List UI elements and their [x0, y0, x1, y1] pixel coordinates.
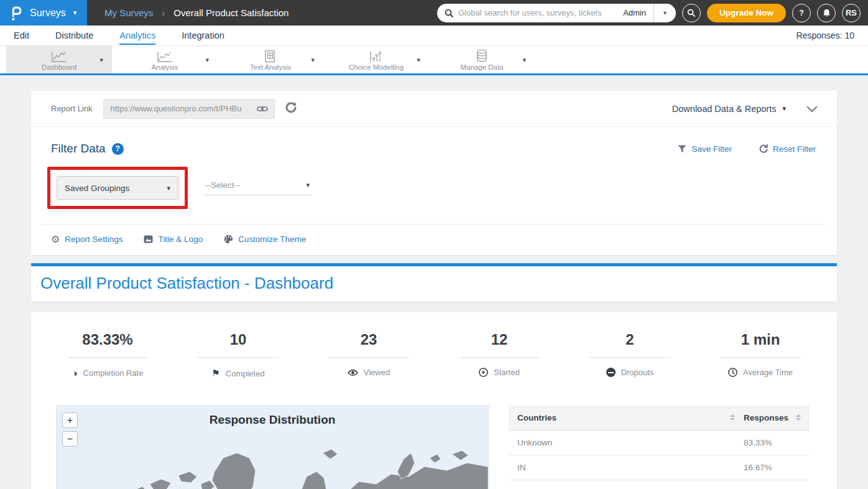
download-data-reports-dropdown[interactable]: Download Data & Reports ▾ — [672, 104, 786, 114]
stat-completion-rate: 83.33% ◑ Completion Rate — [42, 331, 173, 379]
toolbar-tab-dashboard[interactable]: Dashboard ▾ — [6, 46, 112, 73]
country-responses: 83.33% — [744, 438, 801, 447]
grouping-value-select[interactable]: --Select-- ▾ — [204, 180, 311, 195]
toolbar-tab-label: Text Analysis — [250, 63, 291, 71]
sort-responses-icon[interactable] — [796, 414, 801, 421]
stat-divider — [67, 357, 148, 358]
reset-filter-button[interactable]: Reset Filter — [759, 144, 816, 154]
play-circle-icon — [479, 368, 488, 377]
stats-row: 83.33% ◑ Completion Rate 10 ⚑ Completed … — [31, 331, 837, 379]
eye-icon — [348, 369, 358, 376]
map-zoom-in-button[interactable]: + — [62, 412, 78, 428]
toolbar-tab-analysis[interactable]: Analysis ▾ — [112, 46, 218, 73]
stat-label: Completion Rate — [83, 368, 144, 378]
manage-data-menu-caret[interactable]: ▾ — [522, 56, 526, 64]
image-icon — [144, 235, 153, 243]
sort-countries-icon[interactable] — [730, 414, 735, 421]
country-name: IN — [517, 463, 731, 472]
report-settings-link[interactable]: ⚙ Report Settings — [51, 233, 122, 245]
clock-icon — [728, 368, 737, 377]
report-row-right: Download Data & Reports ▾ — [672, 104, 816, 114]
tab-analytics[interactable]: Analytics — [119, 27, 155, 45]
breadcrumb-current-survey: Overall Product Satisfaction — [173, 7, 289, 18]
stat-started: 12 Started — [434, 331, 565, 379]
trend-chart-icon — [157, 49, 173, 63]
product-switcher-caret-icon: ▾ — [73, 9, 77, 17]
countries-column-header[interactable]: Countries — [517, 413, 726, 422]
tab-distribute[interactable]: Distribute — [55, 27, 93, 45]
database-icon — [476, 49, 488, 63]
stat-divider — [328, 357, 409, 358]
line-chart-icon — [51, 49, 67, 63]
country-name: Unknown — [517, 438, 731, 447]
report-link-field[interactable]: https://www.questionpro.com/t/PHBu — [103, 99, 275, 119]
breadcrumb-my-surveys[interactable]: My Surveys — [104, 7, 153, 18]
world-map[interactable] — [57, 435, 488, 489]
notifications-button[interactable] — [817, 4, 836, 22]
analytics-toolbar: Dashboard ▾ Analysis ▾ Text Analysis ▾ C… — [0, 46, 868, 75]
regenerate-link-button[interactable] — [285, 101, 297, 116]
report-link-row: Report Link https://www.questionpro.com/… — [31, 91, 837, 127]
saved-groupings-select[interactable]: Saved Groupings ▾ — [57, 176, 178, 200]
user-avatar[interactable]: RS — [842, 4, 861, 22]
download-label: Download Data & Reports — [672, 104, 777, 114]
collapse-panel-chevron-icon[interactable] — [807, 102, 818, 113]
toolbar-tab-manage-data[interactable]: Manage Data ▾ — [429, 46, 535, 73]
save-filter-button[interactable]: Save Filter — [678, 144, 732, 154]
report-title-band: Overall Product Satisfaction - Dashboard — [31, 263, 837, 302]
tab-integration[interactable]: Integration — [182, 27, 224, 45]
avatar-initials: RS — [846, 8, 857, 17]
countries-table: Countries Responses Unknown 83.33% IN 16… — [509, 405, 810, 489]
search-icon — [687, 9, 695, 17]
table-row-total: Total 100.00% — [509, 480, 810, 489]
search-scope-caret[interactable]: ▾ — [653, 4, 676, 22]
filter-help-icon[interactable]: ? — [112, 143, 124, 155]
country-responses: 16.67% — [744, 463, 801, 472]
response-distribution-map: Response Distribution + − — [56, 405, 489, 489]
table-row: Unknown 83.33% — [509, 431, 810, 455]
caret-down-icon: ▾ — [663, 9, 667, 16]
customize-theme-link[interactable]: Customize Theme — [224, 235, 306, 244]
app-logo-surveys-menu[interactable]: Surveys ▾ — [0, 0, 87, 26]
report-link-label: Report Link — [51, 104, 92, 113]
search-button[interactable] — [682, 4, 701, 22]
search-icon — [445, 9, 453, 17]
refresh-circle-icon — [285, 101, 297, 114]
stat-viewed: 23 Viewed — [303, 331, 434, 379]
upgrade-now-button[interactable]: Upgrade Now — [707, 4, 786, 22]
breadcrumb-separator: › — [162, 7, 165, 18]
help-button[interactable]: ? — [792, 4, 811, 22]
dashboard-menu-caret[interactable]: ▾ — [99, 56, 103, 64]
page-title: Overall Product Satisfaction - Dashboard — [40, 274, 828, 293]
stat-label: Average Time — [743, 368, 793, 377]
global-search[interactable]: Admin ▾ — [437, 4, 676, 22]
stat-divider — [589, 357, 670, 358]
stat-label: Viewed — [364, 368, 390, 377]
text-analysis-menu-caret[interactable]: ▾ — [311, 56, 315, 64]
refresh-icon — [759, 144, 768, 153]
save-filter-label: Save Filter — [691, 144, 732, 154]
funnel-icon — [678, 145, 686, 153]
stat-divider — [459, 357, 540, 358]
report-settings-label: Report Settings — [65, 235, 122, 244]
topbar-actions: Admin ▾ Upgrade Now ? RS — [437, 0, 868, 26]
saved-groupings-value: Saved Groupings — [65, 184, 129, 193]
stat-label: Dropouts — [621, 368, 654, 377]
half-circle-icon: ◑ — [72, 368, 78, 378]
reset-filter-label: Reset Filter — [773, 144, 816, 154]
title-logo-link[interactable]: Title & Logo — [144, 235, 203, 244]
bell-icon — [823, 9, 831, 17]
questionpro-logo-icon — [9, 5, 24, 21]
responses-column-header[interactable]: Responses — [744, 413, 792, 422]
breadcrumb: My Surveys › Overall Product Satisfactio… — [87, 0, 289, 26]
analysis-menu-caret[interactable]: ▾ — [205, 56, 209, 64]
choice-modelling-menu-caret[interactable]: ▾ — [417, 56, 420, 64]
global-search-input[interactable] — [458, 8, 616, 17]
map-title: Response Distribution — [57, 413, 488, 427]
question-mark-icon: ? — [799, 8, 804, 17]
toolbar-tab-text-analysis[interactable]: Text Analysis ▾ — [218, 46, 323, 73]
tab-edit[interactable]: Edit — [14, 27, 29, 45]
stat-label: Completed — [226, 369, 265, 378]
visualization-row: Response Distribution + − — [31, 405, 837, 489]
toolbar-tab-choice-modelling[interactable]: Choice Modelling ▾ — [323, 46, 429, 73]
